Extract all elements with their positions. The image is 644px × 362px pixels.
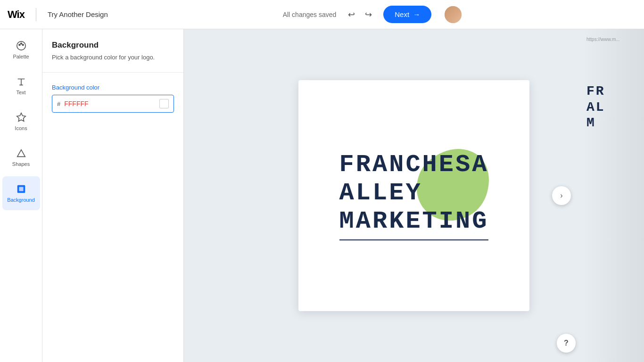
text-label: Text	[16, 90, 25, 95]
preview-area: FRANCHESA ALLEY MARKETING https://www.m.…	[184, 29, 644, 362]
sidebar-item-palette[interactable]: Palette	[2, 33, 40, 67]
hash-symbol: #	[57, 100, 60, 107]
header-divider	[36, 8, 36, 21]
next-slide-preview: https://www.m... FRALM	[583, 29, 644, 362]
wix-logo: Wix	[8, 8, 25, 21]
background-panel: Background Pick a background color for y…	[42, 29, 184, 362]
main-layout: Palette Text Icons S	[0, 29, 644, 362]
sidebar-item-background[interactable]: Background	[2, 176, 40, 210]
saved-status: All changes saved	[283, 11, 337, 18]
avatar-image	[445, 6, 462, 23]
color-swatch[interactable]	[159, 99, 169, 108]
text-icon	[16, 76, 26, 87]
logo-text-group: FRANCHESA ALLEY MARKETING	[339, 151, 489, 240]
header-center: All changes saved ↩ ↪ Next →	[108, 6, 636, 23]
svg-point-1	[18, 44, 20, 46]
palette-label: Palette	[13, 54, 29, 59]
chevron-right-icon: ›	[560, 191, 562, 200]
help-button[interactable]: ?	[557, 334, 576, 353]
star-icon	[16, 112, 26, 123]
redo-button[interactable]: ↪	[361, 7, 376, 22]
next-label: Next	[395, 10, 409, 18]
icon-sidebar: Palette Text Icons S	[0, 29, 42, 362]
svg-marker-4	[17, 113, 25, 121]
panel-title: Background	[52, 41, 174, 50]
svg-rect-6	[19, 187, 23, 191]
next-slide-button[interactable]: ›	[552, 186, 571, 205]
logo-content: FRANCHESA ALLEY MARKETING	[339, 151, 489, 240]
undo-redo-group: ↩ ↪	[344, 7, 376, 22]
color-input-row[interactable]: #	[52, 95, 174, 113]
shapes-icon	[16, 148, 26, 158]
sidebar-item-shapes[interactable]: Shapes	[2, 140, 40, 174]
shapes-label: Shapes	[12, 161, 30, 167]
next-slide-content: FRALM	[583, 46, 609, 135]
next-slide-url: https://www.m...	[583, 29, 624, 46]
logo-line-3: MARKETING	[339, 207, 489, 236]
panel-subtitle: Pick a background color for your logo.	[52, 54, 174, 61]
sidebar-item-icons[interactable]: Icons	[2, 105, 40, 139]
logo-card: FRANCHESA ALLEY MARKETING	[298, 80, 529, 311]
background-label: Background	[7, 197, 35, 203]
palette-icon	[16, 41, 26, 51]
background-icon	[16, 184, 26, 194]
logo-line-1: FRANCHESA	[339, 151, 489, 179]
logo-underline	[339, 239, 489, 240]
color-hex-input[interactable]	[64, 100, 156, 107]
header: Wix Try Another Design All changes saved…	[0, 0, 644, 29]
svg-point-2	[20, 43, 22, 44]
panel-divider	[42, 72, 183, 73]
sidebar-item-text[interactable]: Text	[2, 69, 40, 103]
logo-line-2: ALLEY	[339, 179, 489, 207]
color-label: Background color	[52, 84, 174, 91]
page-title: Try Another Design	[48, 10, 108, 18]
icons-label: Icons	[15, 125, 27, 131]
next-button[interactable]: Next →	[383, 6, 431, 23]
logo-area: Wix Try Another Design	[8, 8, 108, 21]
avatar[interactable]	[445, 6, 462, 23]
next-arrow-icon: →	[413, 10, 420, 18]
next-slide-text: FRALM	[586, 83, 605, 131]
undo-button[interactable]: ↩	[344, 7, 359, 22]
question-mark-icon: ?	[564, 339, 569, 347]
svg-point-3	[22, 44, 24, 46]
